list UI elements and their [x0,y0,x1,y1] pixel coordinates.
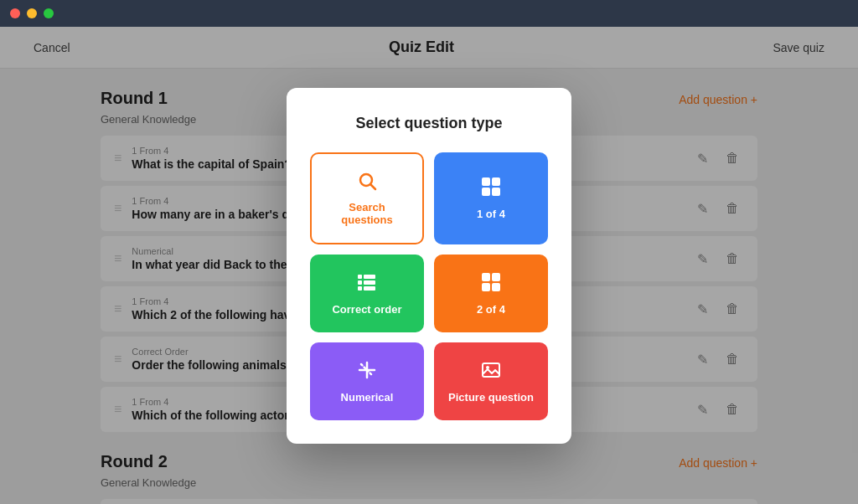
svg-rect-5 [492,188,500,196]
modal-grid: Search questions 1 of 4 [310,152,548,420]
2of4-button[interactable]: 2 of 4 [434,255,548,332]
svg-rect-19 [483,363,499,377]
svg-rect-14 [482,283,490,291]
svg-rect-6 [358,275,362,279]
grid4-icon [480,271,502,296]
1of4-button[interactable]: 1 of 4 [434,152,548,244]
app-content: Cancel Quiz Edit Save quiz Round 1 Add q… [0,27,858,504]
select-question-type-modal: Select question type Search questions [287,88,571,444]
picture-question-button[interactable]: Picture question [434,342,548,420]
svg-rect-11 [364,286,375,291]
svg-rect-15 [492,283,500,291]
plus-icon [356,359,378,384]
svg-rect-3 [492,177,500,186]
search-questions-label: Search questions [322,201,412,226]
svg-rect-8 [358,280,362,285]
numerical-label: Numerical [341,391,394,404]
picture-question-label: Picture question [448,391,534,404]
2of4-label: 2 of 4 [477,303,505,316]
search-icon [357,171,377,194]
image-icon [480,359,502,384]
correct-order-button[interactable]: Correct order [310,255,424,332]
svg-line-1 [371,184,376,189]
modal-title: Select question type [310,115,548,132]
svg-rect-9 [364,280,375,285]
1of4-label: 1 of 4 [477,208,505,220]
numerical-button[interactable]: Numerical [310,342,424,420]
svg-rect-4 [482,188,490,196]
traffic-light-red[interactable] [10,8,20,18]
svg-rect-13 [492,273,500,281]
list-icon [356,271,378,296]
grid-icon [480,176,502,201]
modal-overlay[interactable]: Select question type Search questions [0,27,858,504]
correct-order-label: Correct order [332,303,401,316]
svg-rect-10 [358,286,362,291]
svg-rect-12 [482,273,490,281]
traffic-light-yellow[interactable] [27,8,37,18]
traffic-light-green[interactable] [44,8,54,18]
titlebar [0,0,858,27]
svg-rect-2 [482,177,490,186]
search-questions-button[interactable]: Search questions [310,152,424,244]
svg-rect-7 [364,275,375,279]
